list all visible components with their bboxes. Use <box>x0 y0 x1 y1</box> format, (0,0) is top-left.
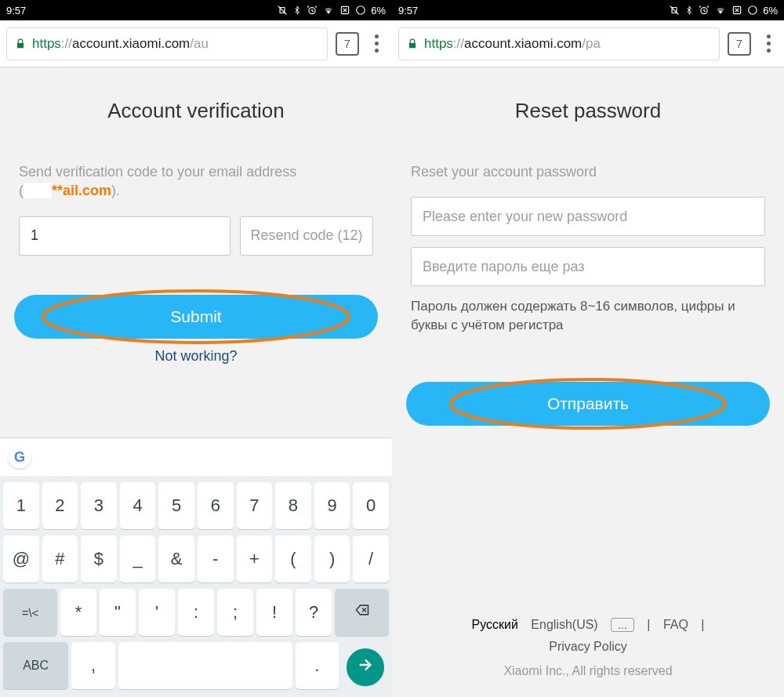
key-8[interactable]: 8 <box>275 482 311 529</box>
submit-wrap: Отправить <box>406 382 770 426</box>
code-row: Resend code (12) <box>19 216 373 256</box>
page-title: Account verification <box>19 99 373 123</box>
battery-saver-icon <box>339 5 350 16</box>
privacy-link[interactable]: Privacy Policy <box>549 640 627 653</box>
wifi-icon <box>714 5 727 16</box>
key-rparen[interactable]: ) <box>314 535 350 583</box>
key-4[interactable]: 4 <box>120 482 156 529</box>
key-9[interactable]: 9 <box>314 482 350 529</box>
screen-right: 9:57 6% https://account.xiaomi.com/pa 7 … <box>392 0 784 697</box>
key-dquote[interactable]: " <box>100 589 136 636</box>
bluetooth-icon <box>684 5 694 16</box>
key-question[interactable]: ? <box>296 589 332 636</box>
lock-icon <box>407 38 418 50</box>
footer: Русский English(US) ... | FAQ | Privacy … <box>392 614 784 681</box>
soft-keyboard: G 1 2 3 4 5 6 7 8 9 0 @ # $ _ & - <box>0 437 392 697</box>
not-working-link[interactable]: Not working? <box>19 348 373 365</box>
svg-point-2 <box>357 6 365 15</box>
alarm-icon <box>699 5 710 16</box>
key-0[interactable]: 0 <box>353 482 389 529</box>
backspace-icon <box>352 602 372 623</box>
key-slash[interactable]: / <box>353 535 389 583</box>
key-underscore[interactable]: _ <box>120 535 156 583</box>
key-5[interactable]: 5 <box>158 482 194 529</box>
password-hint: Пароль должен содержать 8~16 символов, ц… <box>411 297 765 335</box>
browser-menu-button[interactable] <box>367 34 386 53</box>
key-backspace[interactable] <box>335 589 389 636</box>
submit-button[interactable]: Отправить <box>406 382 770 426</box>
url-text: https://account.xiaomi.com/au <box>32 36 209 52</box>
address-bar[interactable]: https://account.xiaomi.com/au <box>6 27 328 60</box>
bluetooth-icon <box>292 5 302 16</box>
submit-wrap: Submit <box>14 295 378 339</box>
arrow-right-icon <box>357 656 374 678</box>
password-inputs <box>411 197 765 286</box>
new-password-input[interactable] <box>411 197 765 236</box>
svg-point-6 <box>749 6 757 15</box>
key-star[interactable]: * <box>60 589 96 636</box>
key-hash[interactable]: # <box>42 535 78 583</box>
key-7[interactable]: 7 <box>237 482 273 529</box>
key-minus[interactable]: - <box>198 535 234 583</box>
reset-subtitle: Reset your account password <box>411 162 765 181</box>
key-plus[interactable]: + <box>237 535 273 583</box>
key-semicolon[interactable]: ; <box>217 589 253 636</box>
address-bar[interactable]: https://account.xiaomi.com/pa <box>398 27 720 60</box>
lock-icon <box>15 38 26 50</box>
vibrate-icon <box>669 5 680 16</box>
browser-menu-button[interactable] <box>759 34 778 53</box>
key-colon[interactable]: : <box>178 589 214 636</box>
key-amp[interactable]: & <box>158 535 194 583</box>
status-bar: 9:57 6% <box>392 0 784 20</box>
key-dot[interactable]: . <box>296 642 339 689</box>
browser-bar: https://account.xiaomi.com/pa 7 <box>392 20 784 67</box>
battery-percent: 6% <box>763 5 778 16</box>
confirm-password-input[interactable] <box>411 247 765 286</box>
verification-code-input[interactable] <box>19 216 230 256</box>
key-dollar[interactable]: $ <box>81 535 117 583</box>
status-time: 9:57 <box>6 5 26 16</box>
tab-count[interactable]: 7 <box>728 32 751 56</box>
vibrate-icon <box>277 5 288 16</box>
submit-button[interactable]: Submit <box>14 295 378 339</box>
status-right: 6% <box>669 5 778 16</box>
lang-english-link[interactable]: English(US) <box>531 618 597 631</box>
key-comma[interactable]: , <box>71 642 114 689</box>
key-at[interactable]: @ <box>3 535 39 583</box>
lang-selector[interactable]: ... <box>611 618 634 632</box>
data-circle-icon <box>747 5 758 16</box>
page-title: Reset password <box>411 99 765 123</box>
key-1[interactable]: 1 <box>3 482 39 529</box>
status-bar: 9:57 6% <box>0 0 392 20</box>
key-space[interactable] <box>118 642 292 689</box>
faq-link[interactable]: FAQ <box>663 618 688 631</box>
key-2[interactable]: 2 <box>42 482 78 529</box>
status-time: 9:57 <box>398 5 418 16</box>
alarm-icon <box>307 5 318 16</box>
lang-russian-link[interactable]: Русский <box>472 618 518 631</box>
battery-saver-icon <box>731 5 742 16</box>
key-symbols[interactable]: =\< <box>3 589 57 636</box>
key-enter[interactable] <box>347 648 384 686</box>
content-left: Account verification Send verification c… <box>0 67 392 365</box>
key-squote[interactable]: ' <box>139 589 175 636</box>
resend-code-button[interactable]: Resend code (12) <box>240 216 373 256</box>
browser-bar: https://account.xiaomi.com/au 7 <box>0 20 392 67</box>
key-3[interactable]: 3 <box>81 482 117 529</box>
data-circle-icon <box>355 5 366 16</box>
keyboard-suggestion-bar: G <box>0 438 392 476</box>
content-right: Reset password Reset your account passwo… <box>392 67 784 426</box>
key-abc[interactable]: ABC <box>3 642 68 689</box>
key-lparen[interactable]: ( <box>275 535 311 583</box>
wifi-icon <box>322 5 335 16</box>
status-right: 6% <box>277 5 386 16</box>
google-logo-icon[interactable]: G <box>8 445 31 469</box>
key-exclaim[interactable]: ! <box>256 589 292 636</box>
kbd-row-1: 1 2 3 4 5 6 7 8 9 0 <box>2 479 390 532</box>
tab-count[interactable]: 7 <box>336 32 359 56</box>
kbd-row-4: ABC , . <box>2 639 390 692</box>
kbd-row-3: =\< * " ' : ; ! ? <box>2 586 390 639</box>
screen-left: 9:57 6% <box>0 0 392 697</box>
verification-instruction: Send verification code to your email add… <box>19 162 373 201</box>
key-6[interactable]: 6 <box>198 482 234 529</box>
